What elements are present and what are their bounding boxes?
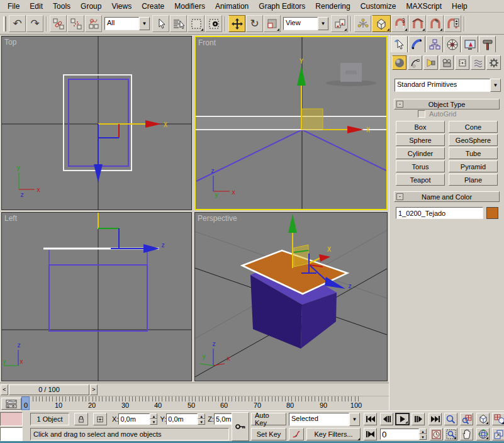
rectangular-selection-region-button[interactable]: [188, 15, 204, 32]
arc-rotate-button[interactable]: [476, 428, 490, 440]
menu-help[interactable]: Help: [447, 1, 473, 12]
select-and-link-button[interactable]: [50, 15, 67, 32]
select-and-rotate-button[interactable]: ↻: [246, 15, 263, 32]
window-crossing-toggle-button[interactable]: [205, 15, 222, 32]
left-view-canvas[interactable]: z z y x: [2, 213, 191, 381]
spinner-up-icon[interactable]: ▲: [198, 413, 205, 419]
autogrid-checkbox[interactable]: [418, 110, 425, 118]
dropdown-arrow-icon[interactable]: ▼: [349, 413, 360, 426]
object-color-swatch[interactable]: [486, 207, 498, 219]
selection-filter-dropdown[interactable]: All ▼: [104, 17, 150, 30]
select-and-manipulate-button[interactable]: [354, 15, 371, 32]
time-slider-prev-button[interactable]: <: [1, 384, 8, 395]
plane-button[interactable]: Plane: [449, 174, 498, 186]
zoom-extents-all-button[interactable]: [492, 413, 504, 425]
pyramid-button[interactable]: Pyramid: [449, 160, 498, 172]
reference-coordinate-dropdown[interactable]: View ▼: [283, 17, 328, 30]
select-by-name-button[interactable]: [170, 15, 187, 32]
category-shapes[interactable]: [408, 55, 422, 70]
dropdown-arrow-icon[interactable]: ▼: [490, 79, 501, 92]
object-name-input[interactable]: [396, 207, 483, 219]
time-configuration-button[interactable]: [430, 428, 443, 440]
time-slider-next-button[interactable]: >: [90, 384, 98, 395]
geometry-category-dropdown[interactable]: Standard Primitives ▼: [395, 79, 503, 92]
select-object-button[interactable]: [152, 15, 169, 32]
viewport-front[interactable]: Front Y X: [194, 36, 388, 210]
min-max-toggle-button[interactable]: [492, 428, 504, 440]
front-view-canvas[interactable]: Y X z y x: [196, 37, 386, 209]
geosphere-button[interactable]: GeoSphere: [449, 134, 498, 146]
y-spinner[interactable]: ▲▼: [198, 413, 205, 425]
set-keys-button[interactable]: [232, 412, 249, 441]
viewport-perspective[interactable]: Perspective: [194, 212, 388, 381]
key-mode-toggle-button[interactable]: [364, 428, 377, 440]
track-ruler[interactable]: 0 10 20 30 40 50 60 70 80 90 100: [23, 396, 367, 411]
angle-snap-button[interactable]: [409, 15, 426, 32]
collapse-icon[interactable]: -: [396, 101, 403, 108]
dropdown-arrow-icon[interactable]: ▼: [139, 17, 150, 30]
percent-snap-button[interactable]: %: [427, 15, 444, 32]
key-filters-button[interactable]: Key Filters...: [306, 428, 361, 440]
menu-rendering[interactable]: Rendering: [310, 1, 355, 12]
menu-views[interactable]: Views: [106, 1, 137, 12]
viewport-perspective-label[interactable]: Perspective: [198, 214, 237, 223]
cylinder-button[interactable]: Cylinder: [396, 147, 445, 159]
selection-lock-button[interactable]: [74, 413, 88, 425]
viewport-front-label[interactable]: Front: [198, 38, 216, 47]
undo-button[interactable]: ↶: [9, 15, 26, 32]
menu-group[interactable]: Group: [76, 1, 106, 12]
region-zoom-button[interactable]: [444, 428, 457, 440]
object-type-rollout-header[interactable]: - Object Type: [394, 99, 500, 109]
go-to-end-button[interactable]: [428, 413, 442, 425]
spinner-up-icon[interactable]: ▲: [150, 413, 157, 419]
spinner-down-icon[interactable]: ▼: [419, 434, 427, 440]
time-slider-handle[interactable]: 0 / 100: [9, 384, 89, 395]
name-and-color-rollout-header[interactable]: - Name and Color: [394, 191, 500, 202]
x-spinner[interactable]: ▲▼: [150, 413, 157, 425]
menu-animation[interactable]: Animation: [210, 1, 254, 12]
absolute-offset-toggle[interactable]: [93, 413, 107, 425]
zoom-all-button[interactable]: [460, 413, 473, 425]
tab-utilities[interactable]: [479, 36, 496, 52]
viewport-top-label[interactable]: Top: [4, 38, 16, 47]
sphere-button[interactable]: Sphere: [396, 134, 445, 146]
selection-set-dropdown[interactable]: Selected ▼: [289, 413, 360, 426]
pan-button[interactable]: [460, 428, 473, 440]
x-coordinate-field[interactable]: [118, 413, 150, 425]
spinner-down-icon[interactable]: ▼: [198, 419, 205, 425]
unlink-selection-button[interactable]: [67, 15, 84, 32]
box-button[interactable]: Box: [396, 121, 445, 133]
toolbar-drag-handle[interactable]: [3, 16, 6, 31]
default-in-out-tangent-button[interactable]: [289, 428, 304, 440]
viewport-top[interactable]: Top X y x: [1, 36, 192, 210]
previous-frame-button[interactable]: [380, 413, 393, 425]
tab-modify[interactable]: [408, 36, 425, 52]
maxscript-listener-white-pane[interactable]: [0, 427, 23, 441]
category-cameras[interactable]: [439, 55, 454, 70]
torus-button[interactable]: Torus: [396, 160, 445, 172]
zoom-extents-button[interactable]: [476, 413, 490, 425]
top-view-canvas[interactable]: X y x z: [2, 36, 191, 210]
tab-create[interactable]: [391, 36, 408, 52]
menu-create[interactable]: Create: [137, 1, 169, 12]
collapse-icon[interactable]: -: [396, 193, 403, 200]
spinner-up-icon[interactable]: ▲: [419, 429, 427, 434]
cone-button[interactable]: Cone: [449, 121, 498, 133]
play-button[interactable]: [395, 413, 410, 425]
zoom-button[interactable]: [444, 413, 457, 425]
category-helpers[interactable]: [455, 55, 469, 70]
spinner-snap-button[interactable]: [444, 15, 461, 32]
bind-to-space-warp-button[interactable]: [85, 15, 102, 32]
viewport-left[interactable]: Left z z: [1, 212, 192, 381]
menu-edit[interactable]: Edit: [25, 1, 48, 12]
category-geometry[interactable]: [392, 55, 406, 70]
snaps-toggle-button[interactable]: [372, 15, 391, 32]
snap-mode-button[interactable]: 3: [391, 15, 408, 32]
set-key-button[interactable]: Set Key: [251, 428, 286, 440]
tab-motion[interactable]: [444, 36, 461, 52]
dropdown-arrow-icon[interactable]: ▼: [318, 17, 328, 30]
frame-number-field[interactable]: [380, 429, 419, 440]
go-to-start-button[interactable]: [364, 413, 377, 425]
auto-key-button[interactable]: Auto Key: [251, 413, 286, 425]
perspective-view-canvas[interactable]: X z z y x: [195, 213, 387, 381]
